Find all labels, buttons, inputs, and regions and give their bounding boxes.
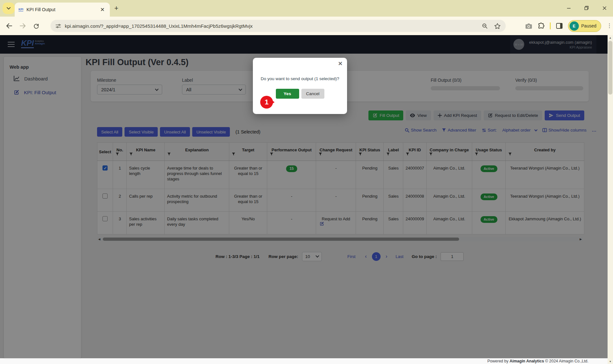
profile-avatar: E xyxy=(570,21,579,31)
side-panel-icon[interactable] xyxy=(556,23,563,29)
new-tab-button[interactable]: + xyxy=(114,4,118,12)
restore-button[interactable] xyxy=(582,4,591,12)
scroll-down-icon[interactable]: ▼ xyxy=(608,359,613,364)
profile-status-label: Paused xyxy=(581,23,596,28)
tab-close-icon[interactable]: ✕ xyxy=(99,6,106,13)
page-viewport: KPI Analytics Aimagin 32 x 32 ekkapot.j@… xyxy=(0,35,608,364)
toolbar-divider xyxy=(550,22,551,29)
scrollbar-thumb[interactable] xyxy=(608,41,612,95)
url-text[interactable]: kpi.aimagin.com/?_appId=app_170254531448… xyxy=(65,23,478,29)
browser-toolbar: kpi.aimagin.com/?_appId=app_170254531448… xyxy=(0,17,613,35)
minimize-button[interactable] xyxy=(564,4,573,12)
dialog-message: Do you want to send output (1 selected)? xyxy=(253,76,347,81)
url-bar[interactable]: kpi.aimagin.com/?_appId=app_170254531448… xyxy=(50,20,506,32)
browser-tab[interactable]: KPI KPI Fill Output ✕ xyxy=(15,3,110,17)
reload-button[interactable] xyxy=(31,20,42,31)
site-info-icon[interactable] xyxy=(56,23,61,29)
yes-button[interactable]: Yes xyxy=(276,89,299,99)
tab-title: KPI Fill Output xyxy=(26,7,99,12)
app-footer: Powered by Aimagin Analytics © 2024 Aima… xyxy=(0,358,608,364)
annotation-step-badge: 1 xyxy=(260,96,273,109)
bookmark-star-icon[interactable] xyxy=(494,23,501,29)
footer-brand: Aimagin Analytics xyxy=(510,359,544,363)
extensions-icon[interactable] xyxy=(538,23,544,29)
browser-tabstrip: KPI KPI Fill Output ✕ + xyxy=(0,0,613,17)
camera-icon[interactable] xyxy=(525,23,532,29)
chevron-down-icon xyxy=(7,7,11,10)
page-vertical-scrollbar[interactable]: ▲ ▼ xyxy=(608,35,613,364)
site-favicon: KPI xyxy=(19,8,23,11)
scroll-up-icon[interactable]: ▲ xyxy=(608,35,613,40)
close-icon[interactable]: ✕ xyxy=(338,60,343,67)
back-button[interactable] xyxy=(4,20,15,31)
browser-window: KPI KPI Fill Output ✕ + kpi.aimagin.com/… xyxy=(0,0,613,364)
profile-button[interactable]: E Paused xyxy=(568,20,601,32)
close-window-button[interactable] xyxy=(600,4,609,12)
browser-menu-icon[interactable]: ⋮ xyxy=(607,25,610,27)
zoom-icon[interactable] xyxy=(482,23,488,29)
tab-search-button[interactable] xyxy=(3,3,15,14)
forward-button[interactable] xyxy=(17,20,28,31)
window-controls xyxy=(564,4,609,12)
cancel-button[interactable]: Cancel xyxy=(301,89,324,99)
